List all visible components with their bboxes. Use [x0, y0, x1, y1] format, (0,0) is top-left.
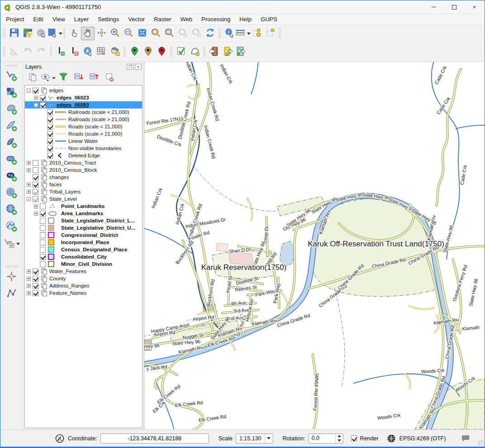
menu-settings[interactable]: Settings: [93, 14, 124, 24]
menu-raster[interactable]: Raster: [149, 14, 176, 24]
close-button[interactable]: ×: [464, 0, 485, 14]
touch-zoom-button[interactable]: [67, 27, 81, 40]
resize-grip[interactable]: [478, 440, 484, 446]
filter-legend-button[interactable]: [57, 72, 69, 84]
add-linear-feature-button[interactable]: [54, 45, 67, 59]
spin-up-button[interactable]: [336, 434, 343, 439]
expander-minus-icon[interactable]: -: [27, 197, 31, 201]
add-vector-layer-button[interactable]: [4, 69, 19, 84]
layer-checkbox[interactable]: [33, 182, 38, 188]
layer-row-census-designated-place[interactable]: Census_Designated_Place: [25, 246, 142, 253]
zoom-to-selection-button[interactable]: [149, 27, 162, 40]
advanced-digitizing-button[interactable]: [4, 286, 19, 302]
map-canvas[interactable]: Indian CrkIndian CrkIndian Creek RdDooli…: [144, 62, 485, 429]
layer-checkbox[interactable]: [33, 283, 38, 289]
edit-area-feature-button[interactable]: [188, 45, 201, 59]
expander-minus-icon[interactable]: -: [34, 103, 38, 107]
add-raster-layer-button[interactable]: [4, 85, 19, 101]
add-spatialite-layer-button[interactable]: [4, 119, 19, 134]
chevron-down-icon[interactable]: [59, 33, 62, 35]
layer-row-edges[interactable]: -edges: [25, 87, 142, 94]
select-region-button[interactable]: [48, 27, 62, 40]
layer-row-state-legislative-district-l[interactable]: State_Legislative_District_L...: [25, 217, 142, 224]
scale-combo[interactable]: 1:15,130: [236, 434, 273, 443]
layer-row-water-features[interactable]: +Water_Features: [25, 268, 142, 275]
layer-row-state-legislative-district-u[interactable]: State_Legislative_District_U...: [25, 224, 142, 231]
zoom-in-button[interactable]: [108, 27, 122, 40]
expander-plus-icon[interactable]: +: [27, 284, 31, 288]
layer-checkbox[interactable]: [33, 167, 38, 173]
identify-features-button[interactable]: i: [223, 27, 236, 40]
layer-row-congressional-district[interactable]: Congressional_District: [25, 231, 142, 239]
expand-all-button[interactable]: [73, 72, 85, 84]
layer-row-railroads-scale-21-000[interactable]: Railroads (scale < 21,000): [25, 108, 142, 116]
menu-view[interactable]: View: [48, 14, 70, 24]
layer-row-county[interactable]: +County: [25, 275, 142, 282]
expander-plus-icon[interactable]: +: [27, 291, 31, 295]
expander-minus-icon[interactable]: -: [27, 89, 31, 93]
person-edit-button[interactable]: [108, 45, 122, 59]
remove-layer-button[interactable]: [104, 72, 115, 84]
layer-row-address-ranges[interactable]: +Address_Ranges: [25, 282, 142, 289]
expander-plus-icon[interactable]: +: [27, 269, 31, 274]
menu-layer[interactable]: Layer: [70, 14, 94, 24]
layer-row-non-visible-boundaries[interactable]: Non-visible boundaries: [25, 145, 142, 152]
layer-checkbox[interactable]: [40, 203, 46, 209]
layer-row-roads-scale-21-000[interactable]: Roads (scale > 21,000): [25, 130, 142, 137]
layer-checkbox[interactable]: [40, 261, 46, 267]
panel-close-button[interactable]: ×: [135, 64, 142, 70]
layer-checkbox[interactable]: [40, 218, 46, 224]
menu-help[interactable]: Help: [235, 14, 256, 24]
menu-web[interactable]: Web: [176, 14, 197, 24]
add-wcs-layer-button[interactable]: [4, 203, 19, 218]
zoom-to-layer-button[interactable]: [162, 27, 176, 40]
add-postgis-layer-button[interactable]: [4, 102, 19, 118]
zoom-full-button[interactable]: [135, 27, 149, 40]
add-group-button[interactable]: [27, 72, 38, 84]
redo-button[interactable]: [34, 45, 48, 59]
save-project-button[interactable]: [7, 27, 21, 40]
layer-row-state-level[interactable]: -State_Level: [25, 195, 142, 203]
menu-gups[interactable]: GUPS: [256, 14, 282, 24]
add-point-feature-button[interactable]: [128, 45, 141, 59]
add-mssql-layer-button[interactable]: [4, 136, 19, 151]
export-zip-button[interactable]: [221, 45, 234, 59]
layer-row-edges-06023[interactable]: +edges_06023: [25, 94, 142, 101]
layer-checkbox[interactable]: [33, 189, 38, 195]
delete-point-feature-button[interactable]: [155, 45, 168, 59]
add-wfs-layer-button[interactable]: [4, 219, 19, 235]
menu-edit[interactable]: Edit: [29, 14, 48, 24]
collapse-all-button[interactable]: [88, 72, 100, 84]
layer-checkbox[interactable]: [33, 174, 38, 180]
layer-row-2010-census-block[interactable]: +2010_Census_Block: [25, 166, 142, 174]
globe-overview-button[interactable]: [34, 27, 48, 40]
expander-plus-icon[interactable]: +: [27, 190, 31, 194]
layer-row-point-landmarks[interactable]: +Point_Landmarks: [25, 203, 142, 210]
pan-map-button[interactable]: [81, 27, 95, 40]
layer-row-minor-civil-division[interactable]: Minor_Civil_Division: [25, 260, 142, 268]
map-composer-button[interactable]: 1W: [21, 27, 34, 40]
layer-row-roads-scale-21-000[interactable]: Roads (scale < 21,000): [25, 123, 142, 130]
layer-checkbox[interactable]: [47, 109, 53, 115]
layer-checkbox[interactable]: [33, 196, 38, 202]
validate-edits-button[interactable]: [174, 45, 188, 59]
layer-checkbox[interactable]: [47, 131, 53, 137]
manage-visibility-button[interactable]: [42, 72, 54, 84]
menu-processing[interactable]: Processing: [197, 14, 235, 24]
expander-plus-icon[interactable]: +: [34, 204, 38, 208]
layer-row-deleted-edge[interactable]: Deleted Edge: [25, 152, 142, 159]
layer-row-faces[interactable]: +faces: [25, 181, 142, 188]
layer-checkbox[interactable]: [33, 276, 38, 282]
layer-checkbox[interactable]: [40, 232, 46, 238]
layer-checkbox[interactable]: [33, 88, 38, 94]
rotation-spinner[interactable]: 0.0: [309, 434, 343, 443]
new-bookmark-button[interactable]: [250, 27, 263, 40]
show-bookmarks-button[interactable]: [263, 27, 277, 40]
add-db2-layer-button[interactable]: [4, 169, 19, 184]
coordinate-input[interactable]: [100, 434, 209, 443]
maximize-button[interactable]: [444, 0, 464, 14]
layer-checkbox[interactable]: [40, 95, 46, 101]
panel-float-button[interactable]: ❐: [127, 64, 133, 70]
expander-plus-icon[interactable]: +: [27, 161, 31, 165]
menu-vector[interactable]: Vector: [124, 14, 149, 24]
